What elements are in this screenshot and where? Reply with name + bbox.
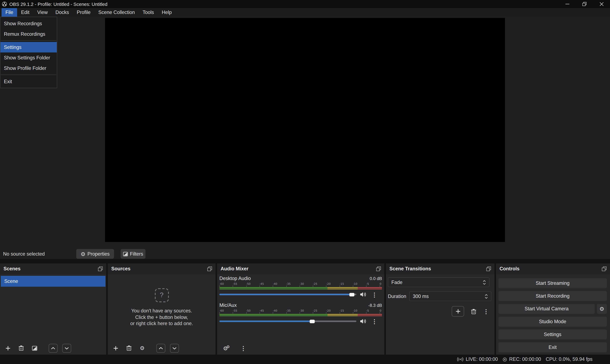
menu-item-show-recordings[interactable]: Show Recordings: [0, 18, 57, 29]
chevron-up-icon: [51, 347, 55, 349]
advanced-audio-properties-button[interactable]: ⚙⚙: [222, 345, 231, 351]
speaker-icon: [360, 319, 366, 324]
scene-filters-button[interactable]: [31, 345, 38, 351]
menu-item-show-profile-folder[interactable]: Show Profile Folder: [0, 63, 57, 73]
volume-meter: [219, 288, 382, 289]
menu-edit[interactable]: Edit: [17, 8, 33, 17]
sources-empty-area[interactable]: ? You don't have any sources. Click the …: [108, 274, 216, 341]
close-button[interactable]: [593, 0, 610, 8]
mixer-options-button[interactable]: ⋮: [240, 345, 247, 351]
volume-slider[interactable]: [219, 294, 356, 295]
move-source-up-button[interactable]: [156, 344, 165, 352]
start-recording-button[interactable]: Start Recording: [498, 291, 607, 301]
spinner-arrows-icon: [483, 280, 486, 285]
trash-icon: [471, 309, 476, 314]
trash-icon: [19, 345, 24, 351]
mute-button[interactable]: [360, 319, 366, 324]
no-source-selected-label: No source selected: [3, 248, 45, 259]
volume-meter-scale: -60-55-50-45-40-35-30-25-20-15-10-50: [219, 310, 382, 313]
volume-slider-handle[interactable]: [350, 293, 355, 296]
move-source-down-button[interactable]: [170, 344, 179, 352]
menu-item-exit[interactable]: Exit: [0, 76, 57, 87]
channel-name: Desktop Audio: [219, 276, 251, 281]
volume-meter: [219, 315, 382, 316]
popout-button[interactable]: [376, 267, 381, 271]
add-source-button[interactable]: [112, 345, 119, 351]
exit-button[interactable]: Exit: [498, 342, 607, 352]
scene-list: Scene: [0, 274, 106, 288]
gear-icon: ⚙: [140, 345, 145, 351]
sources-dock-title: Sources: [111, 266, 130, 272]
menu-item-show-settings-folder[interactable]: Show Settings Folder: [0, 52, 57, 63]
start-streaming-button[interactable]: Start Streaming: [498, 278, 607, 288]
duration-spinbox[interactable]: 300 ms: [409, 291, 491, 301]
remove-source-button[interactable]: [126, 345, 132, 351]
remove-transition-button[interactable]: [471, 309, 476, 314]
sources-dock-body: ? You don't have any sources. Click the …: [108, 274, 216, 355]
filters-icon: [123, 252, 128, 256]
popout-button[interactable]: [602, 267, 607, 271]
channel-level-label: -8.3 dB: [368, 303, 382, 308]
menu-view[interactable]: View: [33, 8, 52, 17]
gear-icon: ⚙: [81, 251, 85, 257]
volume-slider-fill: [219, 294, 352, 295]
close-icon: [599, 2, 604, 6]
properties-button[interactable]: ⚙ Properties: [76, 249, 114, 259]
menu-tools[interactable]: Tools: [139, 8, 158, 17]
properties-button-label: Properties: [87, 251, 110, 257]
volume-slider[interactable]: [219, 321, 356, 322]
live-time-label: LIVE: 00:00:00: [466, 357, 498, 362]
popout-button[interactable]: [98, 267, 103, 271]
transition-options-button[interactable]: ⋮: [483, 308, 489, 315]
virtual-camera-settings-button[interactable]: ⚙: [597, 304, 607, 314]
cpu-fps-label: CPU: 0.0%, 59.94 fps: [546, 357, 593, 362]
scenes-dock: Scenes Scene: [0, 263, 106, 355]
preview-canvas[interactable]: [105, 18, 505, 242]
menu-scene-collection[interactable]: Scene Collection: [94, 8, 139, 17]
dots-icon: ⋮: [240, 345, 246, 351]
restore-icon: [582, 2, 586, 6]
menu-item-settings[interactable]: Settings: [0, 42, 57, 52]
remove-scene-button[interactable]: [18, 345, 25, 351]
studio-mode-button[interactable]: Studio Mode: [498, 316, 607, 327]
chevron-down-icon: [65, 347, 69, 349]
channel-options-button[interactable]: ⋮: [371, 292, 377, 298]
minimize-button[interactable]: [559, 0, 576, 8]
filters-button[interactable]: Filters: [121, 249, 146, 259]
menu-separator: [1, 75, 56, 75]
menu-file[interactable]: File: [1, 8, 17, 17]
scene-transitions-dock-body: Fade Duration 300 ms ⋮: [386, 274, 494, 355]
trash-icon: [126, 345, 132, 351]
mixer-channel-desktop-audio: Desktop Audio 0.0 dB -60-55-50-45-40-35-…: [219, 276, 382, 297]
mixer-channel-mic-aux: Mic/Aux -8.3 dB -60-55-50-45-40-35-30-25…: [219, 303, 382, 324]
menu-item-remux-recordings[interactable]: Remux Recordings: [0, 29, 57, 39]
scene-list-item[interactable]: Scene: [1, 276, 106, 287]
scenes-dock-header: Scenes: [0, 263, 106, 274]
spinbox-arrows[interactable]: [485, 294, 488, 299]
settings-button[interactable]: Settings: [498, 329, 607, 339]
duration-value: 300 ms: [413, 294, 429, 299]
menu-profile[interactable]: Profile: [73, 8, 95, 17]
popout-button[interactable]: [486, 267, 491, 271]
transition-select-value: Fade: [391, 280, 403, 285]
sources-empty-line1: You don't have any sources.: [108, 308, 216, 314]
add-scene-button[interactable]: [5, 345, 11, 351]
source-properties-button[interactable]: ⚙: [139, 345, 146, 351]
menu-help[interactable]: Help: [158, 8, 176, 17]
mixer-toolbar: ⚙⚙ ⋮: [217, 341, 384, 355]
scene-transitions-dock: Scene Transitions Fade Duration 300 ms: [386, 263, 494, 355]
popout-button[interactable]: [207, 267, 212, 271]
move-scene-up-button[interactable]: [49, 344, 57, 352]
move-scene-down-button[interactable]: [62, 344, 71, 352]
channel-options-button[interactable]: ⋮: [371, 318, 377, 324]
volume-slider-handle[interactable]: [310, 320, 315, 323]
start-virtual-camera-button[interactable]: Start Virtual Camera: [498, 304, 595, 314]
minimize-icon: [565, 2, 569, 6]
add-transition-button[interactable]: [452, 306, 464, 316]
menu-docks[interactable]: Docks: [52, 8, 73, 17]
menu-separator: [1, 40, 56, 41]
menubar: File Edit View Docks Profile Scene Colle…: [0, 8, 610, 17]
maximize-button[interactable]: [576, 0, 593, 8]
transition-select[interactable]: Fade: [388, 277, 489, 287]
mute-button[interactable]: [360, 292, 366, 297]
